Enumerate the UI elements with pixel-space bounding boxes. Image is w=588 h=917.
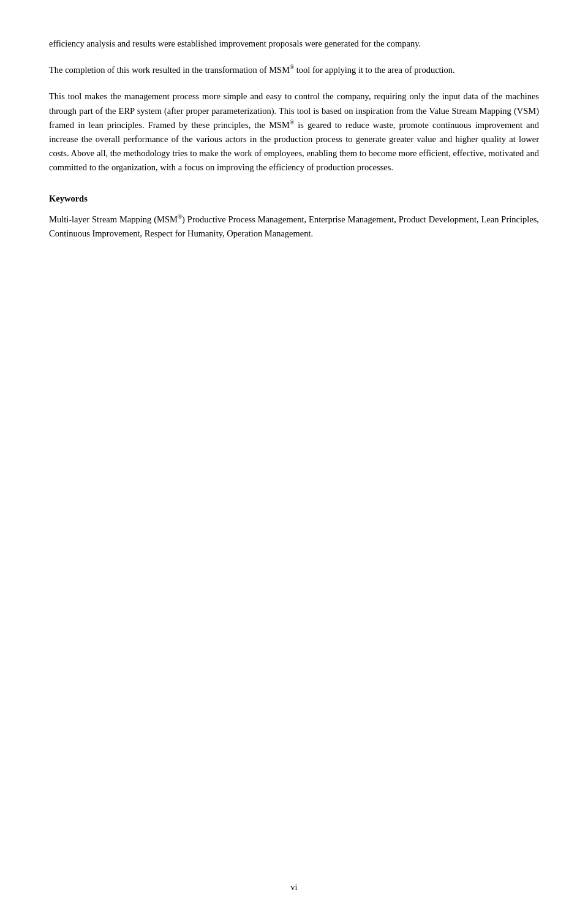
keywords-text: Multi-layer Stream Mapping (MSM®) Produc…: [49, 213, 539, 241]
keywords-label: Keywords: [49, 194, 539, 204]
page-container: efficiency analysis and results were est…: [0, 0, 588, 917]
paragraph-1: efficiency analysis and results were est…: [49, 37, 539, 51]
paragraph-3: This tool makes the management process m…: [49, 89, 539, 175]
paragraph-2: The completion of this work resulted in …: [49, 63, 539, 77]
keywords-section: Keywords Multi-layer Stream Mapping (MSM…: [49, 194, 539, 241]
page-number: vi: [291, 883, 298, 892]
